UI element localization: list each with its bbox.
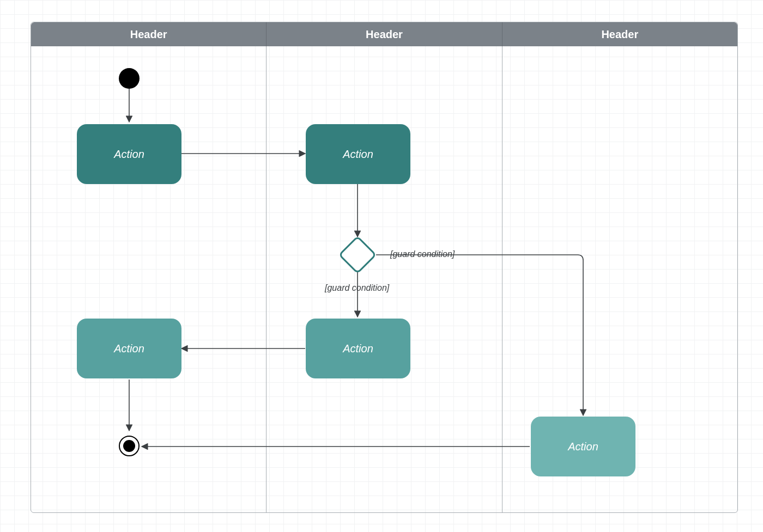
lane-header-2[interactable]: Header [267,22,502,46]
guard-label-down: [guard condition] [325,283,389,293]
lane-1[interactable] [31,46,267,512]
action-node-a4[interactable]: Action [77,319,181,378]
final-node[interactable] [119,436,140,456]
action-label: Action [114,148,144,161]
action-label: Action [343,343,373,355]
lane-header-3[interactable]: Header [502,22,737,46]
action-node-a3[interactable]: Action [306,319,410,378]
lane-2[interactable] [267,46,502,512]
swimlane-header-row: Header Header Header [31,22,737,46]
initial-node[interactable] [119,68,140,89]
action-node-a1[interactable]: Action [77,124,181,184]
lane-header-1[interactable]: Header [31,22,267,46]
action-label: Action [114,343,144,355]
action-node-a5[interactable]: Action [531,417,635,476]
action-label: Action [343,148,373,161]
action-label: Action [568,441,598,453]
guard-label-right: [guard condition] [390,249,455,259]
action-node-a2[interactable]: Action [306,124,410,184]
